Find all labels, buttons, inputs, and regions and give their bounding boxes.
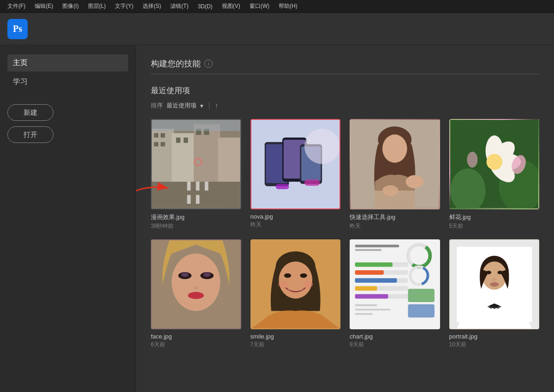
file-info-3: 鲜花.jpg 5天前 xyxy=(449,213,540,230)
file-name-6: chart.jpg xyxy=(350,333,440,340)
menu-window[interactable]: 窗口(W) xyxy=(246,1,273,11)
svg-rect-5 xyxy=(218,137,240,182)
svg-point-50 xyxy=(172,253,220,310)
file-item-4[interactable]: face.jpg 6天前 xyxy=(151,239,241,349)
file-grid: 漫画效果.jpg 38秒钟前 xyxy=(151,119,539,349)
menu-edit[interactable]: 编辑(E) xyxy=(31,1,57,11)
svg-rect-83 xyxy=(355,313,373,315)
svg-rect-11 xyxy=(184,137,188,143)
file-date-1: 昨天 xyxy=(250,221,341,229)
file-thumb-6 xyxy=(350,239,440,330)
main-layout: 主页 学习 新建 打开 构建您的技能 i 最近使用项 排序 最近使用项 ▾ ↑ xyxy=(0,45,554,392)
sort-arrow-up-icon[interactable]: ↑ xyxy=(215,102,218,109)
file-item-3[interactable]: 鲜花.jpg 5天前 xyxy=(449,119,540,230)
svg-rect-31 xyxy=(275,184,289,189)
svg-point-47 xyxy=(467,152,477,167)
svg-rect-84 xyxy=(408,289,434,302)
file-info-7: portrait.jpg 10天前 xyxy=(449,333,540,349)
chevron-down-icon: ▾ xyxy=(200,102,203,109)
section-title-text: 构建您的技能 xyxy=(151,58,201,69)
svg-point-37 xyxy=(382,185,398,196)
menu-3d[interactable]: 3D(D) xyxy=(194,2,216,11)
menu-image[interactable]: 图像(I) xyxy=(59,1,82,11)
svg-rect-15 xyxy=(196,182,200,190)
file-thumb-5 xyxy=(250,239,341,330)
file-item-7[interactable]: portrait.jpg 10天前 xyxy=(449,239,540,349)
sidebar-buttons: 新建 打开 xyxy=(7,104,128,143)
info-icon[interactable]: i xyxy=(204,59,213,68)
svg-rect-16 xyxy=(205,182,208,190)
file-name-3: 鲜花.jpg xyxy=(449,213,540,221)
svg-point-62 xyxy=(278,281,288,287)
svg-rect-8 xyxy=(154,142,159,147)
open-button[interactable]: 打开 xyxy=(7,126,54,143)
sort-label: 排序 xyxy=(151,101,163,110)
svg-point-94 xyxy=(492,278,496,281)
file-name-2: 快速选择工具.jpg xyxy=(350,213,440,221)
svg-rect-30 xyxy=(304,179,320,185)
menu-filter[interactable]: 滤镜(T) xyxy=(167,1,192,11)
svg-rect-80 xyxy=(355,294,388,298)
svg-rect-6 xyxy=(154,133,159,138)
menu-select[interactable]: 选择(S) xyxy=(139,1,165,11)
menubar: 文件(F) 编辑(E) 图像(I) 图层(L) 文字(Y) 选择(S) 滤镜(T… xyxy=(0,0,554,13)
app-logo: Ps xyxy=(7,19,28,39)
file-item-6[interactable]: chart.jpg 8天前 xyxy=(350,239,440,349)
file-date-0: 38秒钟前 xyxy=(151,222,241,230)
svg-point-55 xyxy=(188,292,204,299)
titlebar: Ps xyxy=(0,13,554,45)
svg-rect-76 xyxy=(355,278,397,283)
file-date-3: 5天前 xyxy=(449,222,540,230)
file-item-5[interactable]: smile.jpg 7天前 xyxy=(250,239,341,349)
sidebar-nav: 主页 学习 xyxy=(7,54,128,90)
file-info-6: chart.jpg 8天前 xyxy=(350,333,440,349)
svg-point-92 xyxy=(493,306,495,309)
menu-file[interactable]: 文件(F) xyxy=(4,1,29,11)
svg-point-54 xyxy=(203,272,210,277)
build-skills-header: 构建您的技能 i xyxy=(151,58,539,69)
new-button[interactable]: 新建 xyxy=(7,104,54,121)
svg-rect-74 xyxy=(355,270,384,275)
svg-point-56 xyxy=(193,286,198,290)
svg-rect-9 xyxy=(161,142,165,147)
svg-point-93 xyxy=(490,282,499,286)
file-item-2[interactable]: 快速选择工具.jpg 昨天 xyxy=(350,119,440,230)
file-name-0: 漫画效果.jpg xyxy=(151,213,241,221)
file-info-2: 快速选择工具.jpg 昨天 xyxy=(350,213,440,230)
svg-point-36 xyxy=(406,175,423,189)
menu-view[interactable]: 视图(V) xyxy=(218,1,244,11)
file-item-1[interactable]: nova.jpg 昨天 xyxy=(250,119,341,230)
file-thumb-1 xyxy=(250,119,341,209)
recent-title: 最近使用项 xyxy=(151,85,539,96)
file-item-0[interactable]: 漫画效果.jpg 38秒钟前 xyxy=(151,119,241,230)
svg-point-35 xyxy=(382,135,407,163)
svg-point-29 xyxy=(304,129,340,164)
content-area: 构建您的技能 i 最近使用项 排序 最近使用项 ▾ ↑ xyxy=(136,45,554,392)
svg-rect-85 xyxy=(408,304,434,317)
file-info-4: face.jpg 6天前 xyxy=(151,333,241,349)
file-date-4: 6天前 xyxy=(151,341,241,349)
svg-point-60 xyxy=(284,273,291,278)
menu-layer[interactable]: 图层(L) xyxy=(84,1,110,11)
svg-rect-19 xyxy=(152,120,240,131)
file-date-5: 7天前 xyxy=(250,341,341,349)
file-thumb-0 xyxy=(151,119,241,209)
file-info-5: smile.jpg 7天前 xyxy=(250,333,341,349)
svg-rect-10 xyxy=(176,137,181,143)
sort-select[interactable]: 最近使用项 ▾ xyxy=(167,101,203,110)
svg-rect-18 xyxy=(196,195,200,204)
sidebar-item-home[interactable]: 主页 xyxy=(7,54,128,71)
svg-rect-82 xyxy=(355,309,391,310)
menu-help[interactable]: 帮助(H) xyxy=(275,1,301,11)
svg-rect-81 xyxy=(355,304,377,306)
svg-rect-66 xyxy=(355,249,381,251)
file-name-1: nova.jpg xyxy=(250,213,341,220)
svg-point-61 xyxy=(300,273,307,278)
svg-rect-78 xyxy=(355,286,377,291)
sidebar-item-learn[interactable]: 学习 xyxy=(7,73,128,90)
file-name-7: portrait.jpg xyxy=(449,333,540,340)
svg-point-45 xyxy=(486,154,502,170)
svg-rect-72 xyxy=(355,262,393,267)
menu-text[interactable]: 文字(Y) xyxy=(111,1,137,11)
sort-bar: 排序 最近使用项 ▾ ↑ xyxy=(151,101,539,110)
